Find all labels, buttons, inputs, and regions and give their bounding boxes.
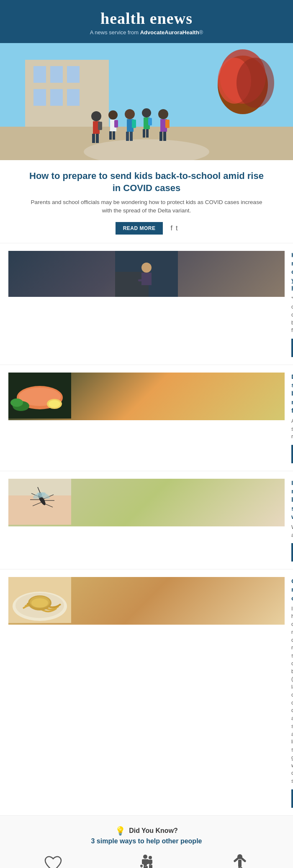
- mental-health-read-more-button[interactable]: READ MORE: [291, 339, 293, 357]
- featured-read-more-button[interactable]: READ MORE: [116, 222, 163, 235]
- svg-point-29: [142, 108, 151, 117]
- seafood-read-more-button[interactable]: READ MORE: [291, 445, 293, 463]
- svg-rect-7: [67, 89, 80, 106]
- svg-rect-86: [238, 860, 242, 867]
- article-mosquito-thumb: [8, 479, 285, 526]
- featured-article: How to prepare to send kids back-to-scho…: [0, 160, 293, 243]
- article-mental-health: How your mental health can affect your p…: [0, 243, 293, 365]
- featured-headline: How to prepare to send kids back-to-scho…: [25, 170, 268, 194]
- svg-rect-36: [159, 132, 162, 141]
- svg-rect-18: [98, 122, 102, 130]
- cpr-icon: [136, 853, 157, 868]
- article-mental-health-thumb: [8, 251, 285, 297]
- svg-rect-75: [144, 866, 146, 868]
- article-mosquito-content: Is this mosquito-borne illness something…: [291, 479, 293, 562]
- bulb-icon: 💡: [115, 826, 126, 836]
- hero-image: [0, 43, 293, 160]
- header-subtitle: A news service from AdvocateAuroraHealth…: [8, 29, 285, 36]
- svg-point-34: [158, 109, 168, 119]
- did-you-know-title: Did You Know?: [129, 827, 178, 835]
- featured-facebook-icon[interactable]: f: [170, 225, 172, 232]
- svg-rect-28: [132, 120, 136, 128]
- featured-twitter-icon[interactable]: t: [176, 225, 177, 232]
- header-title: health enews: [8, 9, 285, 28]
- article-seafood-thumb: [8, 373, 285, 420]
- svg-rect-2: [33, 66, 46, 83]
- svg-rect-16: [92, 134, 95, 143]
- svg-point-77: [149, 856, 152, 859]
- tip-organ-donor: Become an organ donor. It’s simple to si…: [8, 853, 98, 868]
- featured-btn-row: READ MORE f t: [25, 222, 268, 235]
- chicken-read-more-button[interactable]: READ MORE: [291, 789, 293, 808]
- article-mental-health-content: How your mental health can affect your p…: [291, 251, 293, 357]
- did-you-know-subheader: 3 simple ways to help other people: [8, 837, 285, 845]
- email-wrapper: health enews A news service from Advocat…: [0, 0, 293, 868]
- tip-volunteer: Volunteer. It can be good for your healt…: [195, 853, 285, 868]
- header-subtitle-pre: A news service from: [90, 29, 140, 36]
- mosquito-read-more-button[interactable]: READ MORE: [291, 543, 293, 562]
- article-chicken-content: Creamy mustard chicken In this healthy, …: [291, 577, 293, 808]
- seafood-btn-row: READ MORE f t: [291, 445, 293, 463]
- article-seafood-title: Does a seafood-based diet make sense for…: [291, 373, 293, 415]
- did-you-know-header: 💡 Did You Know?: [8, 826, 285, 836]
- svg-rect-3: [50, 66, 63, 83]
- email-header: health enews A news service from Advocat…: [0, 0, 293, 43]
- tips-row: Become an organ donor. It’s simple to si…: [8, 853, 285, 868]
- svg-rect-17: [96, 134, 99, 143]
- svg-point-14: [91, 111, 101, 121]
- mental-health-btn-row: READ MORE f t: [291, 339, 293, 357]
- svg-point-41: [141, 263, 152, 273]
- heart-icon: [43, 853, 64, 868]
- featured-social-icons: f t: [170, 225, 177, 232]
- article-mental-health-desc: 'When the brain is out of balance, it ca…: [291, 295, 293, 334]
- svg-rect-33: [148, 118, 152, 125]
- article-chicken-desc: In this healthy, creamy mustard chicken …: [291, 605, 293, 785]
- svg-rect-22: [113, 131, 115, 140]
- svg-point-49: [49, 400, 60, 408]
- article-mental-health-title: How your mental health can affect your p…: [291, 251, 293, 293]
- header-brand: AdvocateAuroraHealth: [140, 29, 199, 36]
- tip-cpr: Learn CPR. Often, it’s a family member o…: [102, 853, 191, 868]
- article-chicken: Creamy mustard chicken In this healthy, …: [0, 569, 293, 816]
- article-mosquito-desc: Wisconsin reported a case last week.: [291, 523, 293, 539]
- mosquito-btn-row: READ MORE f t: [291, 543, 293, 562]
- header-trademark: ®: [199, 29, 203, 36]
- svg-point-51: [10, 398, 23, 407]
- svg-rect-76: [146, 866, 148, 868]
- svg-rect-43: [138, 279, 144, 281]
- chicken-btn-row: READ MORE: [291, 789, 293, 808]
- svg-rect-31: [143, 129, 145, 138]
- did-you-know-section: 💡 Did You Know? 3 simple ways to help ot…: [0, 816, 293, 868]
- svg-rect-73: [142, 859, 144, 864]
- article-seafood-content: Does a seafood-based diet make sense for…: [291, 373, 293, 463]
- svg-rect-32: [146, 129, 149, 138]
- svg-point-24: [125, 109, 135, 119]
- article-chicken-title: Creamy mustard chicken: [291, 577, 293, 602]
- main-content: How to prepare to send kids back-to-scho…: [0, 160, 293, 868]
- svg-rect-5: [33, 89, 46, 106]
- hero-svg: [0, 43, 293, 160]
- svg-rect-21: [109, 131, 112, 140]
- svg-rect-38: [165, 120, 170, 128]
- svg-point-19: [108, 110, 118, 120]
- article-seafood-desc: An expert has some specific recommendati…: [291, 417, 293, 441]
- svg-rect-79: [148, 860, 149, 864]
- article-seafood: Does a seafood-based diet make sense for…: [0, 365, 293, 471]
- article-mosquito: Is this mosquito-borne illness something…: [0, 471, 293, 569]
- svg-rect-44: [145, 278, 151, 280]
- article-mosquito-title: Is this mosquito-borne illness something…: [291, 479, 293, 521]
- svg-rect-81: [149, 865, 151, 868]
- svg-rect-27: [130, 132, 133, 141]
- svg-point-70: [31, 598, 48, 608]
- svg-rect-6: [50, 89, 63, 106]
- svg-rect-37: [163, 132, 166, 141]
- featured-description: Parents and school officials may be wond…: [25, 198, 268, 215]
- svg-rect-26: [126, 132, 129, 141]
- svg-rect-23: [114, 120, 118, 128]
- svg-point-11: [236, 58, 274, 108]
- svg-point-83: [140, 865, 143, 867]
- svg-rect-4: [67, 66, 80, 83]
- svg-rect-82: [151, 865, 152, 868]
- svg-point-71: [143, 855, 147, 859]
- article-chicken-thumb: [8, 577, 285, 625]
